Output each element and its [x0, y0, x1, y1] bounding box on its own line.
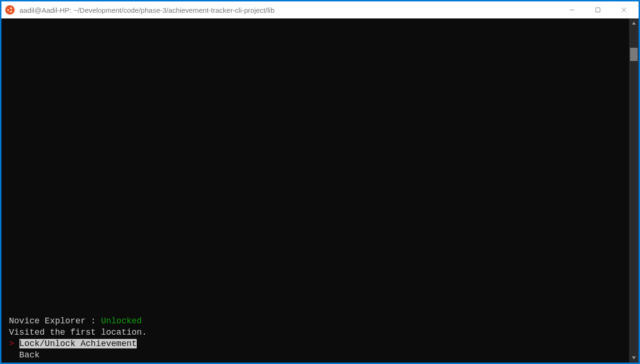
terminal-window: aadil@Aadil-HP: ~/Development/code/phase… [1, 1, 639, 363]
menu-indent [9, 350, 19, 360]
scrollbar-thumb[interactable] [630, 48, 638, 61]
minimize-button[interactable] [559, 1, 585, 18]
menu-back-label: Back [19, 350, 40, 360]
prompt-marker: > [9, 339, 19, 348]
close-button[interactable] [611, 1, 637, 18]
scroll-up-arrow-icon[interactable] [629, 18, 639, 28]
achievement-status-line: Novice Explorer : Unlocked [9, 315, 624, 327]
scroll-down-arrow-icon[interactable] [629, 353, 639, 363]
menu-selected-label: Lock/Unlock Achievement [19, 339, 137, 348]
ubuntu-icon [5, 5, 15, 15]
vertical-scrollbar[interactable] [629, 18, 639, 363]
svg-rect-4 [596, 8, 600, 12]
menu-item-selected[interactable]: > Lock/Unlock Achievement [9, 338, 624, 349]
menu-item-back[interactable]: Back [9, 349, 624, 361]
maximize-button[interactable] [585, 1, 611, 18]
achievement-name: Novice Explorer [9, 316, 86, 326]
titlebar[interactable]: aadil@Aadil-HP: ~/Development/code/phase… [1, 1, 639, 18]
status-value: Unlocked [101, 316, 141, 326]
svg-marker-7 [632, 22, 636, 25]
achievement-description: Visited the first location. [9, 327, 624, 338]
svg-marker-8 [632, 356, 636, 359]
terminal-output[interactable]: Novice Explorer : Unlocked Visited the f… [1, 18, 629, 363]
terminal-area: Novice Explorer : Unlocked Visited the f… [1, 18, 639, 363]
window-controls [559, 1, 637, 18]
window-title: aadil@Aadil-HP: ~/Development/code/phase… [19, 6, 559, 14]
status-separator: : [86, 316, 101, 326]
